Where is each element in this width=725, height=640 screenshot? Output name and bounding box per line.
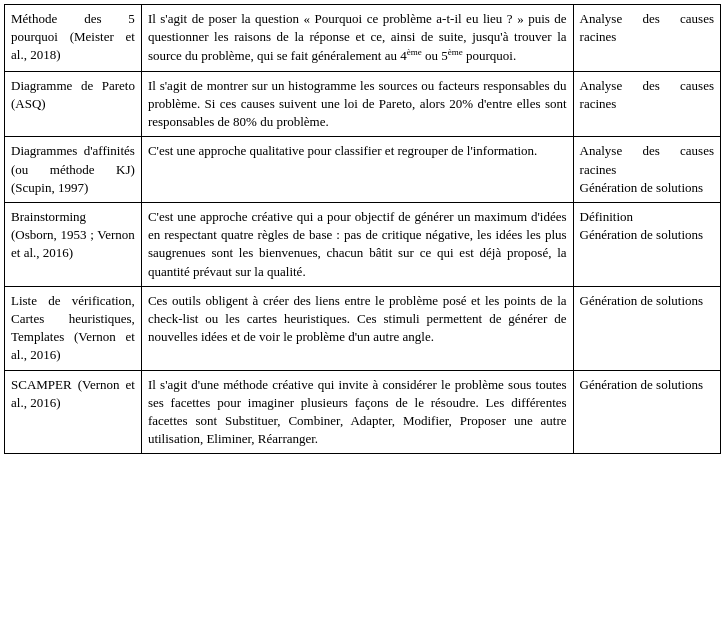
method-description: C'est une approche qualitative pour clas… <box>148 142 567 160</box>
table-row: Brainstorming (Osborn, 1953 ; Vernon et … <box>5 203 721 287</box>
method-phase-cell: DéfinitionGénération de solutions <box>573 203 720 287</box>
table-row: Diagrammes d'affinités (ou méthode KJ) (… <box>5 137 721 203</box>
method-name: Méthode des 5 pourquoi (Meister et al., … <box>11 10 135 65</box>
method-name: Liste de vérification, Cartes heuristiqu… <box>11 292 135 365</box>
method-phase: Génération de solutions <box>580 292 714 310</box>
method-phase-cell: Analyse des causes racines <box>573 71 720 137</box>
method-name-cell: Diagrammes d'affinités (ou méthode KJ) (… <box>5 137 142 203</box>
method-description-cell: Il s'agit d'une méthode créative qui inv… <box>141 370 573 454</box>
method-description-cell: Il s'agit de poser la question « Pourquo… <box>141 5 573 72</box>
method-description: Il s'agit de montrer sur un histogramme … <box>148 77 567 132</box>
table-row: Liste de vérification, Cartes heuristiqu… <box>5 286 721 370</box>
table-container: Méthode des 5 pourquoi (Meister et al., … <box>0 0 725 458</box>
method-phase: Analyse des causes racinesGénération de … <box>580 142 714 197</box>
method-description-cell: C'est une approche créative qui a pour o… <box>141 203 573 287</box>
method-name-cell: Liste de vérification, Cartes heuristiqu… <box>5 286 142 370</box>
method-name-cell: Méthode des 5 pourquoi (Meister et al., … <box>5 5 142 72</box>
method-phase-cell: Génération de solutions <box>573 286 720 370</box>
method-phase-cell: Analyse des causes racines <box>573 5 720 72</box>
method-phase: Analyse des causes racines <box>580 77 714 113</box>
method-description: Ces outils obligent à créer des liens en… <box>148 292 567 347</box>
method-name: Diagrammes d'affinités (ou méthode KJ) (… <box>11 142 135 197</box>
method-phase: Analyse des causes racines <box>580 10 714 46</box>
method-description-cell: Il s'agit de montrer sur un histogramme … <box>141 71 573 137</box>
method-description: Il s'agit d'une méthode créative qui inv… <box>148 376 567 449</box>
method-description-cell: Ces outils obligent à créer des liens en… <box>141 286 573 370</box>
method-name-cell: Brainstorming (Osborn, 1953 ; Vernon et … <box>5 203 142 287</box>
method-name-cell: SCAMPER (Vernon et al., 2016) <box>5 370 142 454</box>
method-name: Diagramme de Pareto (ASQ) <box>11 77 135 113</box>
method-description-cell: C'est une approche qualitative pour clas… <box>141 137 573 203</box>
method-phase: Génération de solutions <box>580 376 714 394</box>
table-row: Diagramme de Pareto (ASQ) Il s'agit de m… <box>5 71 721 137</box>
method-phase-cell: Génération de solutions <box>573 370 720 454</box>
method-phase-cell: Analyse des causes racinesGénération de … <box>573 137 720 203</box>
method-description: Il s'agit de poser la question « Pourquo… <box>148 10 567 66</box>
methods-table: Méthode des 5 pourquoi (Meister et al., … <box>4 4 721 454</box>
method-description: C'est une approche créative qui a pour o… <box>148 208 567 281</box>
method-name-cell: Diagramme de Pareto (ASQ) <box>5 71 142 137</box>
method-phase: DéfinitionGénération de solutions <box>580 208 714 244</box>
table-row: SCAMPER (Vernon et al., 2016) Il s'agit … <box>5 370 721 454</box>
table-row: Méthode des 5 pourquoi (Meister et al., … <box>5 5 721 72</box>
method-name: Brainstorming (Osborn, 1953 ; Vernon et … <box>11 208 135 263</box>
method-name: SCAMPER (Vernon et al., 2016) <box>11 376 135 412</box>
